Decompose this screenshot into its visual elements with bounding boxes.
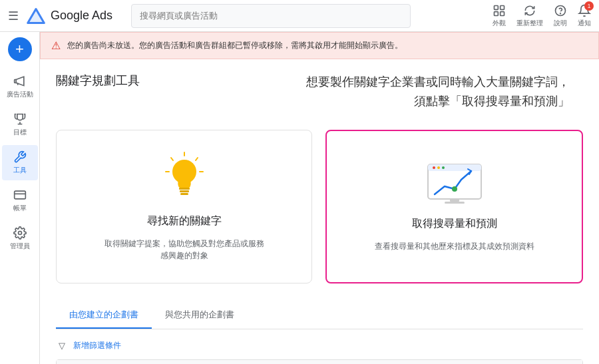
th-status: 狀態 — [188, 360, 272, 364]
svg-point-10 — [18, 232, 21, 235]
header-actions: 外觀 重新整理 說明 1 — [493, 4, 591, 28]
add-filter-button[interactable]: 新增篩選條件 — [73, 340, 121, 351]
create-plus-icon: + — [15, 41, 24, 58]
find-keywords-title: 尋找新的關鍵字 — [147, 214, 222, 228]
header: ☰ Google Ads 外觀 — [0, 0, 599, 32]
refresh-icon — [523, 4, 536, 17]
sidebar-billing-label: 帳單 — [13, 204, 27, 213]
svg-rect-13 — [180, 190, 189, 192]
svg-rect-21 — [428, 164, 481, 171]
svg-rect-26 — [450, 199, 459, 202]
alert-icon: ⚠ — [51, 39, 61, 52]
th-checkbox — [57, 360, 83, 364]
sidebar-admin-label: 管理員 — [10, 242, 30, 251]
sidebar-campaigns-label: 廣告活動 — [7, 90, 33, 99]
alert-banner: ⚠ 您的廣告尚未放送。您的廣告活動和廣告群組都已暫停或移除，需將其啟用才能開始顯… — [40, 32, 599, 59]
app-title: Google Ads — [51, 9, 112, 23]
svg-rect-4 — [495, 11, 499, 15]
callout-line1: 想要製作關鍵字企業書或同時輸入大量關鍵字詞， — [306, 75, 570, 89]
sidebar-tools-label: 工具 — [13, 166, 27, 175]
svg-point-7 — [560, 13, 561, 13]
sidebar: + 廣告活動 目標 工具 — [0, 32, 40, 364]
external-icon — [493, 4, 506, 17]
alert-message: 您的廣告尚未放送。您的廣告活動和廣告群組都已暫停或移除，需將其啟用才能開始顯示廣… — [67, 40, 403, 51]
sidebar-goals-label: 目標 — [13, 128, 27, 137]
trophy-icon — [13, 112, 27, 126]
sidebar-item-billing[interactable]: 帳單 — [2, 183, 38, 218]
chart-icon — [425, 161, 485, 208]
find-keywords-card[interactable]: 尋找新的關鍵字 取得關鍵字提案，協助您觸及對您產品或服務感興趣的對象 — [56, 130, 312, 283]
gear-icon — [13, 226, 27, 240]
svg-rect-12 — [179, 188, 190, 190]
sidebar-item-admin[interactable]: 管理員 — [2, 221, 38, 256]
external-label: 外觀 — [493, 19, 506, 28]
filter-icon: ▽ — [59, 341, 65, 351]
th-modified[interactable]: 上次修改日期 ↓ — [272, 360, 457, 364]
create-button[interactable]: + — [8, 37, 32, 61]
tab-my-plans[interactable]: 由您建立的企劃書 — [56, 302, 152, 329]
billing-icon — [13, 188, 27, 202]
svg-rect-3 — [500, 5, 504, 9]
svg-point-23 — [437, 166, 440, 169]
plans-table: 企劃書 狀態 上次修改日期 ↓ 預測期間 — [57, 360, 582, 364]
help-action[interactable]: 說明 — [554, 4, 567, 28]
tabs-container: 由您建立的企劃書 與您共用的企劃書 — [56, 302, 583, 329]
svg-marker-1 — [28, 9, 45, 23]
svg-point-25 — [452, 186, 457, 192]
svg-line-16 — [196, 158, 198, 160]
notification-action[interactable]: 1 通知 — [578, 4, 591, 28]
svg-point-22 — [433, 166, 435, 169]
megaphone-icon — [13, 75, 27, 88]
callout-line2: 須點擊「取得搜尋量和預測」 — [414, 94, 570, 108]
svg-rect-5 — [500, 11, 504, 15]
help-icon — [554, 4, 567, 17]
notification-badge-count: 1 — [584, 1, 594, 11]
svg-rect-8 — [14, 191, 25, 199]
content-area: ⚠ 您的廣告尚未放送。您的廣告活動和廣告群組都已暫停或移除，需將其啟用才能開始顯… — [40, 32, 599, 364]
get-forecasts-title: 取得搜尋量和預測 — [412, 217, 497, 231]
search-input[interactable] — [131, 4, 411, 28]
notification-label: 通知 — [578, 19, 591, 28]
table-container: 企劃書 狀態 上次修改日期 ↓ 預測期間 — [56, 359, 583, 364]
cards-container: 尋找新的關鍵字 取得關鍵字提案，協助您觸及對您產品或服務感興趣的對象 — [56, 130, 583, 283]
svg-rect-14 — [180, 193, 188, 195]
page-title: 關鍵字規劃工具 — [56, 73, 140, 89]
lightbulb-icon — [161, 152, 208, 205]
refresh-label: 重新整理 — [516, 19, 543, 28]
refresh-action[interactable]: 重新整理 — [516, 4, 543, 28]
help-label: 說明 — [554, 19, 567, 28]
svg-line-17 — [171, 158, 173, 160]
callout-text: 想要製作關鍵字企業書或同時輸入大量關鍵字詞， 須點擊「取得搜尋量和預測」 — [306, 73, 570, 111]
sidebar-item-tools[interactable]: 工具 — [2, 145, 38, 180]
logo-icon — [27, 7, 45, 25]
get-forecasts-desc: 查看搜尋量和其他歷來指標及其成效預測資料 — [375, 240, 534, 252]
menu-icon[interactable]: ☰ — [8, 9, 19, 23]
search-container — [131, 4, 411, 28]
th-forecast: 預測期間 — [457, 360, 582, 364]
sidebar-item-campaigns[interactable]: 廣告活動 — [2, 69, 38, 104]
th-name: 企劃書 — [83, 360, 188, 364]
wrench-icon — [13, 150, 27, 164]
svg-rect-2 — [495, 5, 499, 9]
sidebar-item-goals[interactable]: 目標 — [2, 107, 38, 142]
svg-point-24 — [442, 166, 445, 169]
table-toolbar: ▽ 新增篩選條件 — [56, 340, 583, 351]
logo: Google Ads — [27, 7, 112, 25]
external-link-action[interactable]: 外觀 — [493, 4, 506, 28]
svg-rect-27 — [445, 202, 465, 204]
tab-shared-plans[interactable]: 與您共用的企劃書 — [152, 302, 248, 329]
find-keywords-desc: 取得關鍵字提案，協助您觸及對您產品或服務感興趣的對象 — [104, 238, 264, 262]
main-layout: + 廣告活動 目標 工具 — [0, 32, 599, 364]
page-content: 關鍵字規劃工具 想要製作關鍵字企業書或同時輸入大量關鍵字詞， 須點擊「取得搜尋量… — [40, 59, 599, 364]
get-forecasts-card[interactable]: 取得搜尋量和預測 查看搜尋量和其他歷來指標及其成效預測資料 — [325, 130, 583, 283]
callout-area: 想要製作關鍵字企業書或同時輸入大量關鍵字詞， 須點擊「取得搜尋量和預測」 — [306, 73, 583, 111]
